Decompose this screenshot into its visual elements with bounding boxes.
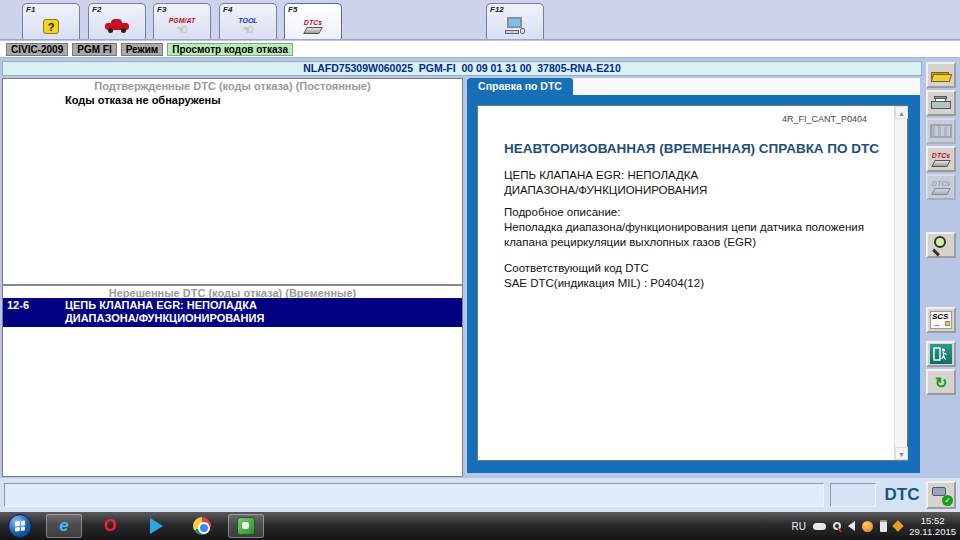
taskbar-clock[interactable]: 15:52 29.11.2015 bbox=[909, 515, 956, 537]
help-code-line: SAE DTC(индикация MIL) : P0404(12) bbox=[504, 276, 704, 291]
cloud-tray-icon[interactable] bbox=[813, 523, 826, 530]
breadcrumb-mode[interactable]: Режим bbox=[121, 43, 164, 56]
eraser-icon bbox=[303, 27, 323, 34]
clear-dtc-disabled-button: DTCs bbox=[926, 174, 956, 200]
start-button[interactable] bbox=[8, 514, 32, 538]
dtc-list-panel: Подтвержденные DTC (коды отказа) (Постоя… bbox=[2, 78, 463, 477]
hand-pointer-icon: ☜ bbox=[242, 25, 254, 35]
f5-dtcs-button[interactable]: F5 DTCs bbox=[284, 3, 342, 39]
opera-icon: O bbox=[104, 517, 116, 535]
f2-vehicle-button[interactable]: F2 bbox=[88, 3, 146, 39]
dtc-row-selected[interactable]: 12-6 ЦЕПЬ КЛАПАНА EGR: НЕПОЛАДКА ДИАПАЗО… bbox=[3, 298, 462, 327]
obd-connector-icon bbox=[932, 487, 946, 496]
help-code-heading: Соответствующий код DTC bbox=[504, 261, 704, 276]
printer-icon bbox=[931, 96, 951, 111]
exit-door-icon bbox=[930, 344, 952, 364]
play-icon bbox=[150, 518, 163, 534]
film-strip-icon bbox=[930, 124, 952, 138]
confirmed-dtc-title: Подтвержденные DTC (коды отказа) (Постоя… bbox=[3, 79, 462, 92]
notification-tray-icon[interactable] bbox=[892, 520, 903, 531]
open-folder-icon bbox=[931, 69, 951, 82]
dtcs-icon-label: DTCs bbox=[304, 19, 322, 27]
open-file-button[interactable] bbox=[926, 62, 956, 88]
help-tab-row: Справка по DTC bbox=[467, 78, 920, 95]
status-cell bbox=[830, 483, 876, 507]
refresh-button[interactable]: ↻ bbox=[926, 369, 956, 395]
breadcrumb: CIVIC-2009 PGM FI Режим Просмотр кодов о… bbox=[0, 41, 960, 58]
help-subject-line1: ЦЕПЬ КЛАПАНА EGR: НЕПОЛАДКА bbox=[504, 168, 707, 183]
computer-icon bbox=[487, 15, 543, 37]
refresh-icon: ↻ bbox=[935, 375, 948, 390]
f12-system-button[interactable]: F12 bbox=[486, 3, 544, 39]
taskbar-item-chrome[interactable] bbox=[184, 514, 220, 538]
chrome-icon bbox=[193, 517, 211, 535]
clock-date: 29.11.2015 bbox=[909, 526, 956, 537]
f5-key-label: F5 bbox=[288, 5, 297, 14]
f12-key-label: F12 bbox=[490, 5, 504, 14]
vehicle-icon bbox=[89, 15, 145, 37]
status-bar: DTC ✓ bbox=[0, 478, 960, 512]
scs-button[interactable]: SCS → bbox=[926, 307, 956, 333]
connection-status-button[interactable]: ✓ bbox=[926, 481, 956, 509]
help-title: НЕАВТОРИЗОВАННАЯ (ВРЕМЕННАЯ) СПРАВКА ПО … bbox=[504, 141, 879, 156]
f1-key-label: F1 bbox=[26, 5, 35, 14]
help-subject-line2: ДИАПАЗОНА/ФУНКЦИОНИРОВАНИЯ bbox=[504, 183, 707, 198]
internet-explorer-icon: e bbox=[59, 516, 68, 536]
battery-tray-icon[interactable] bbox=[880, 520, 887, 532]
taskbar-item-internet-explorer[interactable]: e bbox=[46, 514, 82, 538]
scs-icon: SCS → bbox=[930, 311, 952, 329]
dtc-description-line2: ДИАПАЗОНА/ФУНКЦИОНИРОВАНИЯ bbox=[65, 312, 264, 325]
dtc-code: 12-6 bbox=[7, 299, 29, 311]
f3-key-label: F3 bbox=[157, 5, 166, 14]
taskbar-item-hds-app[interactable] bbox=[228, 514, 264, 538]
pending-dtc-section: Нерешенные DTC (коды отказа) (Временные) bbox=[3, 284, 462, 299]
vehicle-info-header: NLAFD75309W060025 PGM-FI 00 09 01 31 00 … bbox=[2, 61, 922, 76]
magnifier-icon bbox=[932, 236, 950, 254]
tool-icon: TOOL ☜ bbox=[220, 15, 276, 37]
dtcs-erase-icon: DTCs bbox=[932, 152, 950, 167]
help-doc-reference: 4R_FI_CANT_P0404 bbox=[782, 114, 867, 124]
print-button[interactable] bbox=[926, 90, 956, 116]
exit-button[interactable] bbox=[926, 341, 956, 367]
help-detail-line2: клапана рециркуляции выхлопных газов (EG… bbox=[504, 235, 864, 250]
confirmed-dtc-empty-message: Коды отказа не обнаружены bbox=[65, 94, 462, 106]
windows-taskbar: e O RU 15:52 29.11.2015 bbox=[0, 512, 960, 540]
volume-tray-icon[interactable] bbox=[848, 521, 855, 531]
connected-check-icon: ✓ bbox=[942, 495, 953, 506]
fkey-toolbar: F1 ? F2 F3 PGM/AT ☜ F4 TOOL ☜ F5 bbox=[0, 0, 960, 40]
breadcrumb-model[interactable]: CIVIC-2009 bbox=[6, 43, 68, 56]
help-icon: ? bbox=[23, 15, 79, 37]
scroll-up-icon[interactable]: ▲ bbox=[895, 106, 908, 119]
taskbar-item-opera[interactable]: O bbox=[92, 514, 128, 538]
language-indicator[interactable]: RU bbox=[792, 521, 806, 532]
breadcrumb-current-view: Просмотр кодов отказа bbox=[167, 43, 293, 56]
smiley-tray-icon[interactable] bbox=[862, 521, 873, 532]
taskbar-item-media-player[interactable] bbox=[138, 514, 174, 538]
f1-help-button[interactable]: F1 ? bbox=[22, 3, 80, 39]
dtc-help-content: 4R_FI_CANT_P0404 НЕАВТОРИЗОВАННАЯ (ВРЕМЕ… bbox=[477, 105, 908, 461]
hds-app-icon bbox=[237, 517, 255, 535]
f4-key-label: F4 bbox=[223, 5, 232, 14]
help-detail-line1: Неполадка диапазона/функционирования цеп… bbox=[504, 220, 864, 235]
help-scrollbar[interactable]: ▲ ▼ bbox=[894, 106, 907, 460]
clock-time: 15:52 bbox=[909, 515, 956, 526]
dtc-help-panel: 4R_FI_CANT_P0404 НЕАВТОРИЗОВАННАЯ (ВРЕМЕ… bbox=[467, 95, 920, 473]
help-detail-heading: Подробное описание: bbox=[504, 205, 864, 220]
dtcs-icon: DTCs bbox=[285, 15, 341, 37]
clear-dtcs-button[interactable]: DTCs bbox=[926, 146, 956, 172]
f2-key-label: F2 bbox=[92, 5, 101, 14]
breadcrumb-system[interactable]: PGM FI bbox=[72, 43, 116, 56]
hand-pointer-icon: ☜ bbox=[176, 25, 188, 35]
status-message-field bbox=[4, 483, 824, 507]
snapshot-button bbox=[926, 118, 956, 144]
magnifier-tray-icon[interactable] bbox=[833, 522, 841, 530]
windows-logo-icon bbox=[15, 520, 25, 531]
f3-pgm-at-button[interactable]: F3 PGM/AT ☜ bbox=[153, 3, 211, 39]
tab-dtc-help[interactable]: Справка по DTC bbox=[467, 78, 573, 95]
dtc-status-indicator: DTC bbox=[880, 482, 924, 508]
system-tray: RU bbox=[792, 512, 902, 540]
f4-tool-button[interactable]: F4 TOOL ☜ bbox=[219, 3, 277, 39]
dtc-erase-disabled-icon: DTCs bbox=[932, 180, 950, 195]
scroll-down-icon[interactable]: ▼ bbox=[895, 447, 908, 460]
zoom-button[interactable] bbox=[926, 232, 956, 258]
